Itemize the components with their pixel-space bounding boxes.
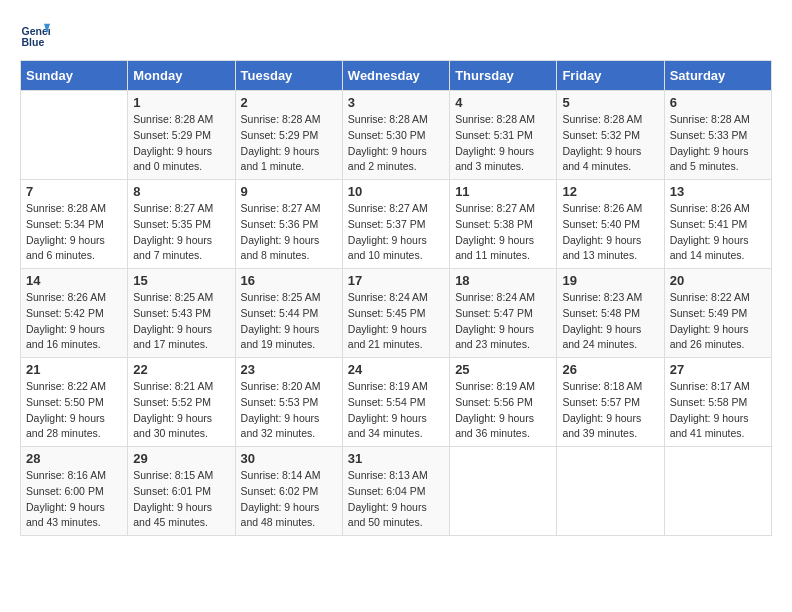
day-info: Sunrise: 8:26 AMSunset: 5:42 PMDaylight:… [26,290,122,353]
day-number: 23 [241,362,337,377]
day-number: 7 [26,184,122,199]
calendar-cell [557,447,664,536]
day-number: 16 [241,273,337,288]
calendar-cell: 26Sunrise: 8:18 AMSunset: 5:57 PMDayligh… [557,358,664,447]
day-info: Sunrise: 8:28 AMSunset: 5:29 PMDaylight:… [241,112,337,175]
calendar-cell [21,91,128,180]
day-info: Sunrise: 8:27 AMSunset: 5:37 PMDaylight:… [348,201,444,264]
day-number: 30 [241,451,337,466]
day-info: Sunrise: 8:27 AMSunset: 5:38 PMDaylight:… [455,201,551,264]
svg-text:Blue: Blue [22,36,45,48]
day-number: 8 [133,184,229,199]
calendar-cell [450,447,557,536]
day-info: Sunrise: 8:19 AMSunset: 5:56 PMDaylight:… [455,379,551,442]
calendar-cell: 1Sunrise: 8:28 AMSunset: 5:29 PMDaylight… [128,91,235,180]
day-number: 9 [241,184,337,199]
day-number: 21 [26,362,122,377]
calendar-cell: 14Sunrise: 8:26 AMSunset: 5:42 PMDayligh… [21,269,128,358]
weekday-header: Sunday [21,61,128,91]
day-number: 19 [562,273,658,288]
day-number: 6 [670,95,766,110]
weekday-header: Monday [128,61,235,91]
day-number: 1 [133,95,229,110]
day-number: 13 [670,184,766,199]
calendar-cell: 23Sunrise: 8:20 AMSunset: 5:53 PMDayligh… [235,358,342,447]
day-number: 15 [133,273,229,288]
calendar-cell: 6Sunrise: 8:28 AMSunset: 5:33 PMDaylight… [664,91,771,180]
day-info: Sunrise: 8:25 AMSunset: 5:43 PMDaylight:… [133,290,229,353]
day-number: 20 [670,273,766,288]
calendar-cell: 25Sunrise: 8:19 AMSunset: 5:56 PMDayligh… [450,358,557,447]
day-number: 26 [562,362,658,377]
day-info: Sunrise: 8:15 AMSunset: 6:01 PMDaylight:… [133,468,229,531]
day-info: Sunrise: 8:13 AMSunset: 6:04 PMDaylight:… [348,468,444,531]
day-number: 28 [26,451,122,466]
day-number: 31 [348,451,444,466]
calendar-cell: 7Sunrise: 8:28 AMSunset: 5:34 PMDaylight… [21,180,128,269]
day-info: Sunrise: 8:24 AMSunset: 5:47 PMDaylight:… [455,290,551,353]
day-number: 14 [26,273,122,288]
weekday-header: Wednesday [342,61,449,91]
calendar-cell: 2Sunrise: 8:28 AMSunset: 5:29 PMDaylight… [235,91,342,180]
day-number: 10 [348,184,444,199]
day-info: Sunrise: 8:28 AMSunset: 5:31 PMDaylight:… [455,112,551,175]
calendar-cell: 18Sunrise: 8:24 AMSunset: 5:47 PMDayligh… [450,269,557,358]
calendar-cell: 8Sunrise: 8:27 AMSunset: 5:35 PMDaylight… [128,180,235,269]
calendar-cell: 17Sunrise: 8:24 AMSunset: 5:45 PMDayligh… [342,269,449,358]
calendar-cell: 9Sunrise: 8:27 AMSunset: 5:36 PMDaylight… [235,180,342,269]
day-info: Sunrise: 8:28 AMSunset: 5:30 PMDaylight:… [348,112,444,175]
day-info: Sunrise: 8:14 AMSunset: 6:02 PMDaylight:… [241,468,337,531]
day-info: Sunrise: 8:28 AMSunset: 5:29 PMDaylight:… [133,112,229,175]
calendar-week-row: 14Sunrise: 8:26 AMSunset: 5:42 PMDayligh… [21,269,772,358]
day-info: Sunrise: 8:16 AMSunset: 6:00 PMDaylight:… [26,468,122,531]
calendar-cell [664,447,771,536]
day-info: Sunrise: 8:28 AMSunset: 5:33 PMDaylight:… [670,112,766,175]
day-number: 24 [348,362,444,377]
day-info: Sunrise: 8:18 AMSunset: 5:57 PMDaylight:… [562,379,658,442]
day-info: Sunrise: 8:23 AMSunset: 5:48 PMDaylight:… [562,290,658,353]
day-number: 18 [455,273,551,288]
day-info: Sunrise: 8:17 AMSunset: 5:58 PMDaylight:… [670,379,766,442]
day-info: Sunrise: 8:27 AMSunset: 5:35 PMDaylight:… [133,201,229,264]
calendar-cell: 31Sunrise: 8:13 AMSunset: 6:04 PMDayligh… [342,447,449,536]
day-info: Sunrise: 8:20 AMSunset: 5:53 PMDaylight:… [241,379,337,442]
calendar-week-row: 1Sunrise: 8:28 AMSunset: 5:29 PMDaylight… [21,91,772,180]
calendar-header: SundayMondayTuesdayWednesdayThursdayFrid… [21,61,772,91]
calendar-cell: 29Sunrise: 8:15 AMSunset: 6:01 PMDayligh… [128,447,235,536]
day-number: 2 [241,95,337,110]
day-info: Sunrise: 8:28 AMSunset: 5:32 PMDaylight:… [562,112,658,175]
weekday-header: Tuesday [235,61,342,91]
weekday-header: Thursday [450,61,557,91]
calendar-cell: 27Sunrise: 8:17 AMSunset: 5:58 PMDayligh… [664,358,771,447]
calendar-cell: 28Sunrise: 8:16 AMSunset: 6:00 PMDayligh… [21,447,128,536]
calendar-week-row: 21Sunrise: 8:22 AMSunset: 5:50 PMDayligh… [21,358,772,447]
calendar-cell: 3Sunrise: 8:28 AMSunset: 5:30 PMDaylight… [342,91,449,180]
day-info: Sunrise: 8:22 AMSunset: 5:50 PMDaylight:… [26,379,122,442]
day-number: 3 [348,95,444,110]
logo-icon: General Blue [20,20,50,50]
calendar-cell: 22Sunrise: 8:21 AMSunset: 5:52 PMDayligh… [128,358,235,447]
calendar-body: 1Sunrise: 8:28 AMSunset: 5:29 PMDaylight… [21,91,772,536]
day-number: 25 [455,362,551,377]
weekday-row: SundayMondayTuesdayWednesdayThursdayFrid… [21,61,772,91]
day-number: 27 [670,362,766,377]
calendar-cell: 24Sunrise: 8:19 AMSunset: 5:54 PMDayligh… [342,358,449,447]
calendar-cell: 13Sunrise: 8:26 AMSunset: 5:41 PMDayligh… [664,180,771,269]
day-info: Sunrise: 8:27 AMSunset: 5:36 PMDaylight:… [241,201,337,264]
calendar-cell: 5Sunrise: 8:28 AMSunset: 5:32 PMDaylight… [557,91,664,180]
page-header: General Blue [20,20,772,50]
calendar-cell: 12Sunrise: 8:26 AMSunset: 5:40 PMDayligh… [557,180,664,269]
calendar-cell: 30Sunrise: 8:14 AMSunset: 6:02 PMDayligh… [235,447,342,536]
day-info: Sunrise: 8:22 AMSunset: 5:49 PMDaylight:… [670,290,766,353]
calendar-week-row: 28Sunrise: 8:16 AMSunset: 6:00 PMDayligh… [21,447,772,536]
day-info: Sunrise: 8:28 AMSunset: 5:34 PMDaylight:… [26,201,122,264]
calendar-cell: 4Sunrise: 8:28 AMSunset: 5:31 PMDaylight… [450,91,557,180]
weekday-header: Friday [557,61,664,91]
day-number: 17 [348,273,444,288]
weekday-header: Saturday [664,61,771,91]
day-info: Sunrise: 8:25 AMSunset: 5:44 PMDaylight:… [241,290,337,353]
day-info: Sunrise: 8:24 AMSunset: 5:45 PMDaylight:… [348,290,444,353]
day-number: 12 [562,184,658,199]
day-number: 29 [133,451,229,466]
calendar-cell: 19Sunrise: 8:23 AMSunset: 5:48 PMDayligh… [557,269,664,358]
